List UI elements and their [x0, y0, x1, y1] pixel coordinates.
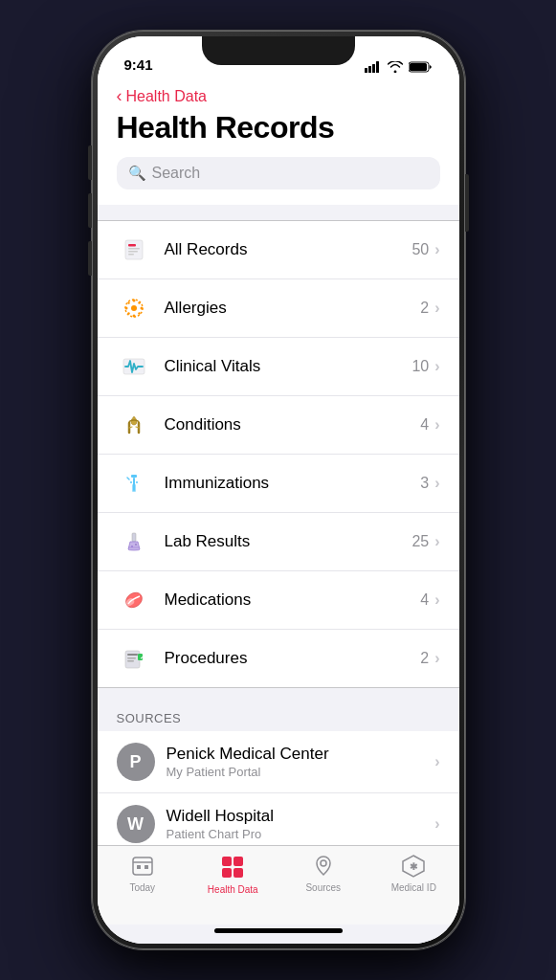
svg-point-29 [135, 544, 137, 546]
svg-rect-45 [222, 868, 232, 878]
all-records-chevron-icon: › [434, 241, 439, 258]
svg-rect-6 [125, 240, 143, 259]
procedures-chevron-icon: › [434, 650, 439, 667]
widell-avatar: W [117, 805, 155, 843]
svg-rect-43 [222, 857, 232, 866]
list-item-conditions[interactable]: Conditions 4 › [98, 396, 459, 455]
conditions-icon [117, 408, 151, 442]
medications-label: Medications [165, 590, 421, 610]
list-item-procedures[interactable]: ✓ Procedures 2 › [98, 630, 459, 687]
procedures-icon: ✓ [117, 641, 151, 676]
all-records-label: All Records [165, 240, 412, 259]
allergies-chevron-icon: › [434, 300, 439, 317]
immunizations-chevron-icon: › [434, 475, 439, 492]
records-list: All Records 50 › [98, 220, 459, 688]
tab-medical-id[interactable]: ✱ Medical ID [368, 854, 459, 893]
lab-results-chevron-icon: › [434, 533, 439, 550]
svg-rect-33 [125, 651, 140, 668]
svg-rect-3 [376, 61, 379, 73]
svg-rect-5 [410, 63, 427, 71]
sources-header: SOURCES [98, 703, 459, 731]
svg-rect-46 [234, 868, 243, 878]
svg-rect-39 [133, 858, 152, 875]
today-tab-icon [130, 854, 155, 879]
svg-point-16 [140, 307, 143, 310]
tab-bar: Today Health Data So [98, 845, 459, 924]
source-item-penick[interactable]: P Penick Medical Center My Patient Porta… [98, 731, 459, 793]
home-indicator-area [98, 924, 459, 944]
back-link[interactable]: ‹ Health Data [117, 86, 440, 106]
lab-results-label: Lab Results [165, 532, 412, 551]
clinical-vitals-label: Clinical Vitals [165, 357, 412, 376]
penick-chevron-icon: › [434, 753, 439, 770]
back-label: Health Data [126, 88, 208, 105]
svg-rect-10 [128, 254, 134, 256]
svg-point-20 [138, 312, 140, 314]
svg-point-19 [127, 312, 129, 314]
immunizations-label: Immunizations [165, 474, 421, 493]
svg-rect-1 [368, 66, 371, 73]
medications-icon [117, 583, 151, 617]
svg-text:✓: ✓ [139, 655, 144, 660]
svg-rect-34 [127, 654, 138, 656]
conditions-chevron-icon: › [434, 416, 439, 434]
sources-tab-label: Sources [305, 882, 341, 893]
widell-chevron-icon: › [434, 815, 439, 833]
penick-name: Penick Medical Center [167, 745, 435, 764]
list-item-clinical-vitals[interactable]: Clinical Vitals 10 › [98, 338, 459, 396]
clinical-vitals-icon [117, 349, 151, 384]
svg-rect-44 [234, 857, 243, 866]
svg-point-47 [321, 860, 326, 866]
svg-point-17 [127, 301, 129, 303]
svg-point-14 [132, 315, 135, 318]
svg-rect-0 [365, 68, 367, 73]
immunizations-icon [117, 466, 151, 501]
sources-tab-icon [311, 854, 336, 879]
svg-rect-27 [132, 533, 136, 542]
signal-icon [365, 61, 382, 73]
source-item-widell[interactable]: W Widell Hospital Patient Chart Pro › [98, 793, 459, 845]
svg-text:✱: ✱ [410, 861, 418, 872]
widell-text: Widell Hospital Patient Chart Pro [167, 807, 435, 841]
clinical-vitals-count: 10 [411, 358, 429, 375]
home-indicator [214, 928, 343, 933]
svg-rect-35 [127, 657, 136, 659]
svg-point-13 [132, 300, 135, 302]
list-item-medications[interactable]: Medications 4 › [98, 571, 459, 630]
status-icons [365, 61, 433, 73]
penick-avatar: P [117, 743, 155, 781]
lab-results-icon [117, 524, 151, 559]
medical-id-tab-icon: ✱ [401, 854, 426, 879]
sources-section: SOURCES P Penick Medical Center My Patie… [98, 703, 459, 845]
lab-results-count: 25 [411, 533, 429, 550]
health-data-tab-icon [219, 854, 246, 880]
tab-sources[interactable]: Sources [278, 854, 369, 893]
procedures-label: Procedures [165, 649, 421, 668]
health-data-tab-label: Health Data [208, 884, 258, 895]
search-icon: 🔍 [128, 165, 146, 182]
search-placeholder: Search [152, 165, 201, 182]
list-item-immunizations[interactable]: Immunizations 3 › [98, 455, 459, 513]
medications-chevron-icon: › [434, 591, 439, 609]
today-tab-label: Today [129, 882, 155, 893]
back-chevron-icon: ‹ [117, 86, 122, 106]
svg-point-12 [131, 305, 137, 311]
tab-health-data[interactable]: Health Data [188, 854, 278, 895]
tab-today[interactable]: Today [98, 854, 189, 893]
wifi-icon [388, 61, 403, 73]
svg-point-18 [138, 301, 140, 303]
main-scroll[interactable]: ‹ Health Data Health Records 🔍 Search [98, 78, 459, 845]
svg-rect-2 [372, 64, 375, 73]
list-item-allergies[interactable]: Allergies 2 › [98, 279, 459, 338]
svg-rect-36 [127, 660, 134, 662]
list-item-lab-results[interactable]: Lab Results 25 › [98, 513, 459, 571]
phone-frame: 9:41 [92, 31, 465, 949]
list-item-all-records[interactable]: All Records 50 › [98, 221, 459, 279]
allergies-count: 2 [420, 300, 429, 317]
medications-count: 4 [420, 591, 429, 609]
search-bar[interactable]: 🔍 Search [117, 157, 440, 189]
svg-rect-24 [132, 484, 136, 492]
penick-text: Penick Medical Center My Patient Portal [167, 745, 435, 779]
svg-rect-8 [128, 248, 140, 250]
widell-name: Widell Hospital [167, 807, 435, 826]
